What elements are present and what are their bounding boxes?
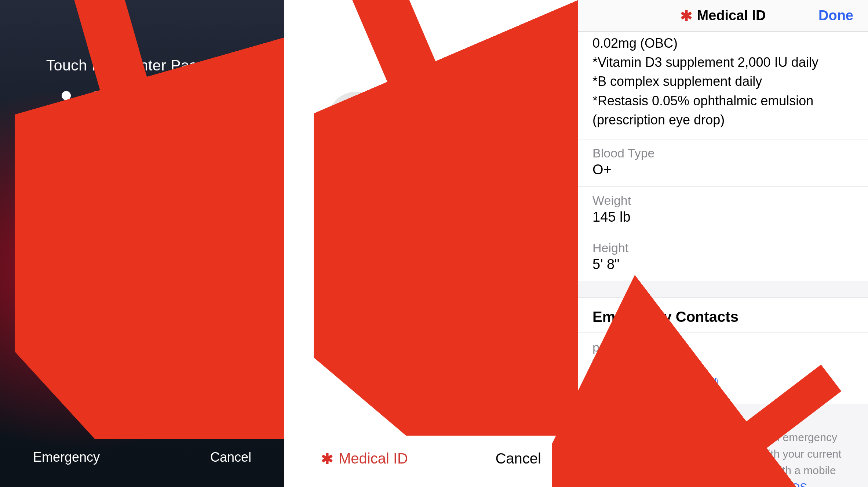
blood-type-value: O+: [592, 162, 853, 178]
keypad-key-0[interactable]: 0+: [402, 297, 460, 355]
keypad-key-2[interactable]: 2ABC: [113, 125, 171, 183]
emergency-button[interactable]: Emergency: [33, 450, 100, 465]
passcode-dot: [92, 91, 101, 100]
keypad-key-7[interactable]: 7PQRS: [327, 228, 385, 286]
medical-id-label: Medical ID: [339, 450, 408, 467]
keypad-key-4[interactable]: 4GHI: [41, 193, 99, 251]
keypad-key-8[interactable]: 8TUV: [113, 261, 171, 319]
redaction-icon: [648, 378, 718, 391]
contact-phone[interactable]: +1 (347): [592, 377, 853, 393]
contact-relation: partner: [592, 340, 853, 355]
passcode-keypad: 12ABC3DEF4GHI5JKL6MNO7PQRS8TUV9WXYZ0: [40, 125, 245, 388]
keypad-key-3[interactable]: 3DEF: [186, 125, 244, 183]
weight-value: 145 lb: [592, 209, 853, 225]
weight-row: Weight 145 lb: [578, 186, 868, 234]
medications-value: 0.02mg (OBC) *Vitamin D3 supplement 2,00…: [578, 32, 868, 139]
passcode-dot: [123, 91, 132, 100]
phone-icon: [417, 380, 445, 407]
keypad-key-9[interactable]: 9WXYZ: [477, 228, 535, 286]
keypad-key-2[interactable]: 2ABC: [402, 92, 460, 150]
emergency-sos-footer: When you use Emergency SOS to call emerg…: [578, 414, 868, 487]
passcode-dots: [0, 91, 284, 100]
keypad-key-star[interactable]: *: [327, 297, 385, 355]
passcode-dot: [153, 91, 162, 100]
lock-screen: Touch ID or Enter Passcode 12ABC3DEF4GHI…: [0, 0, 284, 487]
redaction-icon: [592, 359, 648, 371]
keypad-key-7[interactable]: 7PQRS: [41, 261, 99, 319]
keypad-key-3[interactable]: 3DEF: [477, 92, 535, 150]
medical-id-header: ✱ Medical ID Done: [578, 0, 868, 32]
keypad-key-hash[interactable]: #: [477, 297, 535, 355]
passcode-prompt: Touch ID or Enter Passcode: [0, 0, 284, 74]
emergency-dialer: Notruf 12ABC3DEF4GHI5JKL6MNO7PQRS8TUV9WX…: [284, 0, 578, 487]
height-row: Height 5' 8": [578, 234, 868, 281]
keypad-key-5[interactable]: 5JKL: [113, 193, 171, 251]
star-of-life-icon: ✱: [321, 451, 333, 466]
blood-type-label: Blood Type: [592, 146, 853, 160]
passcode-dot: [62, 91, 71, 100]
emergency-contact-row[interactable]: partner Timothy +1 (347): [578, 332, 868, 404]
height-label: Height: [592, 241, 853, 255]
done-button[interactable]: Done: [818, 8, 853, 23]
keypad-key-0[interactable]: 0: [113, 330, 171, 388]
dialer-keypad: 12ABC3DEF4GHI5JKL6MNO7PQRS8TUV9WXYZ*0+#: [327, 92, 535, 423]
keypad-key-5[interactable]: 5JKL: [402, 160, 460, 218]
keypad-key-8[interactable]: 8TUV: [402, 228, 460, 286]
page-title: Medical ID: [697, 8, 766, 23]
contact-name: Timothy: [592, 357, 853, 373]
keypad-key-6[interactable]: 6MNO: [477, 160, 535, 218]
star-of-life-icon: ✱: [680, 8, 693, 23]
keypad-key-9[interactable]: 9WXYZ: [186, 261, 244, 319]
passcode-dot: [214, 91, 223, 100]
cancel-button[interactable]: Cancel: [495, 450, 541, 467]
keypad-key-4[interactable]: 4GHI: [327, 160, 385, 218]
cancel-button[interactable]: Cancel: [210, 450, 251, 465]
medical-id-button[interactable]: ✱ Medical ID: [321, 450, 408, 467]
emergency-contacts-header: Emergency Contacts: [578, 297, 868, 332]
blood-type-row: Blood Type O+: [578, 139, 868, 186]
height-value: 5' 8": [592, 257, 853, 272]
weight-label: Weight: [592, 193, 853, 208]
emergency-title: Notruf: [284, 0, 578, 74]
learn-more-link[interactable]: Learn More about Emergency SOS: [635, 481, 807, 487]
call-button[interactable]: [402, 365, 460, 423]
passcode-dot: [183, 91, 193, 100]
keypad-key-1[interactable]: 1: [327, 92, 385, 150]
medical-id-screen: ✱ Medical ID Done 0.02mg (OBC) *Vitamin …: [578, 0, 868, 487]
keypad-key-1[interactable]: 1: [41, 125, 99, 183]
keypad-key-6[interactable]: 6MNO: [186, 193, 244, 251]
